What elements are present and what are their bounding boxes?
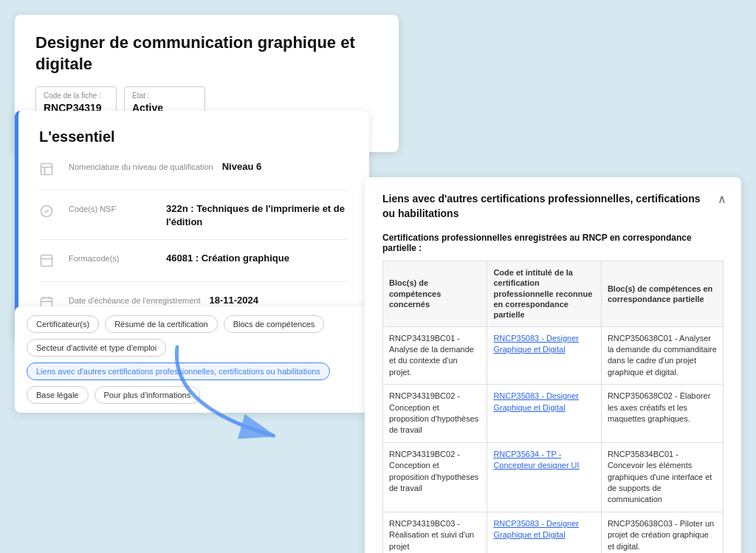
cert-table-1: Bloc(s) de compétences concernés Code et… bbox=[382, 261, 724, 553]
svg-rect-0 bbox=[41, 164, 52, 175]
section1-title: Certifications professionnelles enregist… bbox=[382, 233, 724, 253]
row-bloc: RNCP34319BC02 - Conception et propositio… bbox=[383, 385, 487, 443]
page-wrapper: Designer de communication graphique et d… bbox=[15, 15, 741, 152]
niveau-icon bbox=[39, 160, 60, 179]
formacode-value: 46081 : Création graphique bbox=[166, 252, 289, 265]
formacode-label: Formacode(s) bbox=[69, 252, 157, 264]
tab-secteur[interactable]: Secteur d'activité et type d'emploi bbox=[27, 339, 166, 357]
tab-resume[interactable]: Résumé de la certification bbox=[105, 315, 218, 333]
formacode-icon bbox=[39, 252, 60, 271]
table-row: RNCP34319BC02 - Conception et propositio… bbox=[383, 442, 724, 512]
row-corr: RNCP350638C01 - Analyser la demande du c… bbox=[601, 326, 723, 385]
col-bloc: Bloc(s) de compétences concernés bbox=[383, 261, 487, 326]
row-bloc: RNCP34319BC03 - Réalisation et suivi d'u… bbox=[383, 512, 487, 553]
tabs-row-1: Certificateur(s) Résumé de la certificat… bbox=[27, 315, 357, 357]
tab-blocs[interactable]: Blocs de compétences bbox=[224, 315, 325, 333]
tabs-card: Certificateur(s) Résumé de la certificat… bbox=[15, 306, 369, 413]
status-label: Etat : bbox=[132, 92, 197, 100]
table-row: RNCP34319BC03 - Réalisation et suivi d'u… bbox=[383, 512, 724, 553]
row-cert[interactable]: RNCP35083 - Designer Graphique et Digita… bbox=[487, 326, 601, 385]
row-cert[interactable]: RNCP35634 - TP - Concepteur designer UI bbox=[487, 442, 601, 512]
collapse-button[interactable]: ∧ bbox=[718, 192, 726, 206]
row-corr: RNCP350638C02 - Élaborer les axes créati… bbox=[601, 385, 723, 443]
row-bloc: RNCP34319BC02 - Conception et propositio… bbox=[383, 442, 487, 512]
info-row-formacode: Formacode(s) 46081 : Création graphique bbox=[39, 252, 348, 282]
col-corr: Bloc(s) de compétences en correspondance… bbox=[601, 261, 723, 326]
info-row-nsf: Code(s) NSF 322n : Techniques de l'impri… bbox=[39, 202, 348, 240]
table-row: RNCP34319BC02 - Conception et propositio… bbox=[383, 385, 724, 443]
tab-liens[interactable]: Liens avec d'autres certifications profe… bbox=[27, 363, 330, 380]
tab-plus-info[interactable]: Pour plus d'informations bbox=[94, 386, 201, 404]
right-panel-title: Liens avec d'autres certifications profe… bbox=[382, 192, 724, 221]
row-corr: RNCP35834BC01 - Concevoir les éléments g… bbox=[601, 442, 723, 512]
date-value: 18-11-2024 bbox=[209, 294, 258, 307]
row-cert[interactable]: RNCP35083 - Designer Graphique et Digita… bbox=[487, 385, 601, 443]
nsf-label: Code(s) NSF bbox=[69, 202, 157, 215]
row-bloc: RNCP34319BC01 - Analyse de la demande et… bbox=[383, 326, 487, 385]
niveau-label: Nomenclature du niveau de qualification bbox=[69, 160, 213, 173]
date-label: Date d'échéance de l'enregistrement bbox=[69, 294, 200, 306]
col-cert: Code et intitulé de la certification pro… bbox=[487, 261, 601, 326]
table1-header-row: Bloc(s) de compétences concernés Code et… bbox=[383, 261, 724, 326]
essentiel-title: L'essentiel bbox=[39, 128, 348, 145]
tab-certificateur[interactable]: Certificateur(s) bbox=[27, 315, 99, 333]
niveau-value: Niveau 6 bbox=[222, 160, 261, 174]
tab-base-legale[interactable]: Base légale bbox=[27, 386, 89, 404]
tabs-row-2: Liens avec d'autres certifications profe… bbox=[27, 363, 357, 404]
right-panel: Liens avec d'autres certifications profe… bbox=[365, 177, 741, 553]
row-cert[interactable]: RNCP35083 - Designer Graphique et Digita… bbox=[487, 512, 601, 553]
table-row: RNCP34319BC01 - Analyse de la demande et… bbox=[383, 326, 724, 385]
row-corr: RNCP350638C03 - Piloter un projet de cré… bbox=[601, 512, 723, 553]
nsf-icon bbox=[39, 202, 60, 221]
svg-rect-4 bbox=[41, 255, 52, 267]
code-label: Code de la fiche : bbox=[44, 92, 109, 100]
nsf-value: 322n : Techniques de l'imprimerie et de … bbox=[166, 202, 348, 229]
info-row-niveau: Nomenclature du niveau de qualification … bbox=[39, 160, 348, 190]
page-title: Designer de communication graphique et d… bbox=[35, 32, 378, 75]
